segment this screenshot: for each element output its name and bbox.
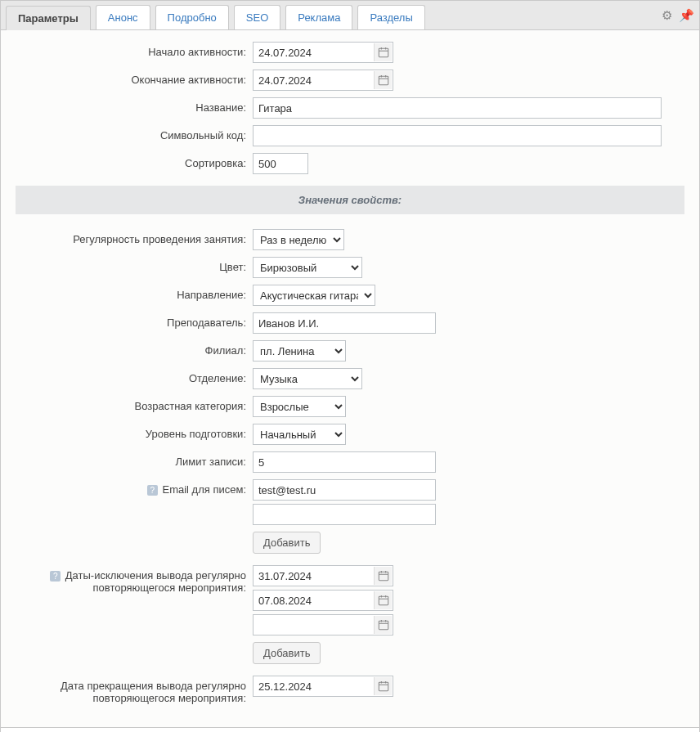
teacher-input[interactable] xyxy=(253,312,436,334)
tab-detail[interactable]: Подробно xyxy=(155,5,229,29)
email-input-2[interactable] xyxy=(253,504,436,525)
age-select[interactable]: Взрослые xyxy=(253,396,346,417)
footer-bar: Сохранить Применить Отменить +Сохранить … xyxy=(0,727,700,732)
active-to-input[interactable] xyxy=(253,70,393,91)
direction-select[interactable]: Акустическая гитара xyxy=(253,285,375,306)
help-icon[interactable]: ? xyxy=(147,485,158,496)
label-color: Цвет: xyxy=(16,257,253,273)
calendar-icon[interactable] xyxy=(374,43,392,61)
label-excl-dates-text: Даты-исключения вывода регулярно повторя… xyxy=(65,569,246,594)
label-department: Отделение: xyxy=(16,368,253,384)
label-email-text: Email для писем: xyxy=(162,483,246,496)
end-date-input[interactable] xyxy=(253,676,393,697)
email-input-1[interactable] xyxy=(253,479,436,501)
label-end-date: Дата прекращения вывода регулярно повтор… xyxy=(16,676,253,704)
tab-seo[interactable]: SEO xyxy=(234,5,280,29)
svg-rect-12 xyxy=(379,596,388,605)
calendar-icon[interactable] xyxy=(374,616,392,634)
label-level: Уровень подготовки: xyxy=(16,424,253,440)
label-limit: Лимит записи: xyxy=(16,451,253,468)
add-email-button[interactable]: Добавить xyxy=(253,532,321,554)
svg-rect-16 xyxy=(379,621,388,630)
branch-select[interactable]: пл. Ленина xyxy=(253,340,346,362)
label-active-from: Начало активности: xyxy=(16,42,253,58)
label-age: Возрастная категория: xyxy=(16,396,253,412)
tab-params[interactable]: Параметры xyxy=(6,6,91,30)
color-select[interactable]: Бирюзовый xyxy=(253,257,362,278)
label-branch: Филиал: xyxy=(16,340,253,357)
label-active-to: Окончание активности: xyxy=(16,70,253,86)
gear-icon[interactable]: ⚙ xyxy=(662,8,672,23)
label-sort: Сортировка: xyxy=(16,153,253,169)
label-regularity: Регулярность проведения занятия: xyxy=(16,229,253,245)
excl-date-input-3[interactable] xyxy=(253,614,393,635)
calendar-icon[interactable] xyxy=(374,677,392,695)
excl-date-input-1[interactable] xyxy=(253,565,393,586)
add-excl-date-button[interactable]: Добавить xyxy=(253,642,321,664)
pin-icon[interactable]: 📌 xyxy=(679,8,694,23)
svg-rect-20 xyxy=(379,682,388,691)
code-input[interactable] xyxy=(253,125,662,146)
excl-date-input-2[interactable] xyxy=(253,590,393,611)
tab-anons[interactable]: Анонс xyxy=(96,5,150,29)
name-input[interactable] xyxy=(253,97,662,119)
calendar-icon[interactable] xyxy=(374,567,392,585)
limit-input[interactable] xyxy=(253,451,436,473)
label-email: ? Email для писем: xyxy=(16,479,253,496)
tab-ad[interactable]: Реклама xyxy=(285,5,352,29)
department-select[interactable]: Музыка xyxy=(253,368,362,389)
label-teacher: Преподаватель: xyxy=(16,312,253,329)
help-icon[interactable]: ? xyxy=(50,571,61,582)
calendar-icon[interactable] xyxy=(374,591,392,609)
section-properties-header: Значения свойств: xyxy=(16,186,684,214)
regularity-select[interactable]: Раз в неделю xyxy=(253,229,344,250)
label-code: Символьный код: xyxy=(16,125,253,141)
svg-rect-4 xyxy=(379,76,388,85)
label-name: Название: xyxy=(16,97,253,114)
calendar-icon[interactable] xyxy=(374,71,392,89)
tab-sections[interactable]: Разделы xyxy=(357,5,424,29)
label-direction: Направление: xyxy=(16,285,253,301)
form-panel: Начало активности: Окончание активности:… xyxy=(0,29,700,727)
svg-rect-8 xyxy=(379,572,388,581)
level-select[interactable]: Начальный xyxy=(253,424,346,445)
sort-input[interactable] xyxy=(253,153,308,174)
svg-rect-0 xyxy=(379,48,388,57)
label-excl-dates: ? Даты-исключения вывода регулярно повто… xyxy=(16,565,253,594)
tab-bar: Параметры Анонс Подробно SEO Реклама Раз… xyxy=(0,0,700,29)
active-from-input[interactable] xyxy=(253,42,393,63)
